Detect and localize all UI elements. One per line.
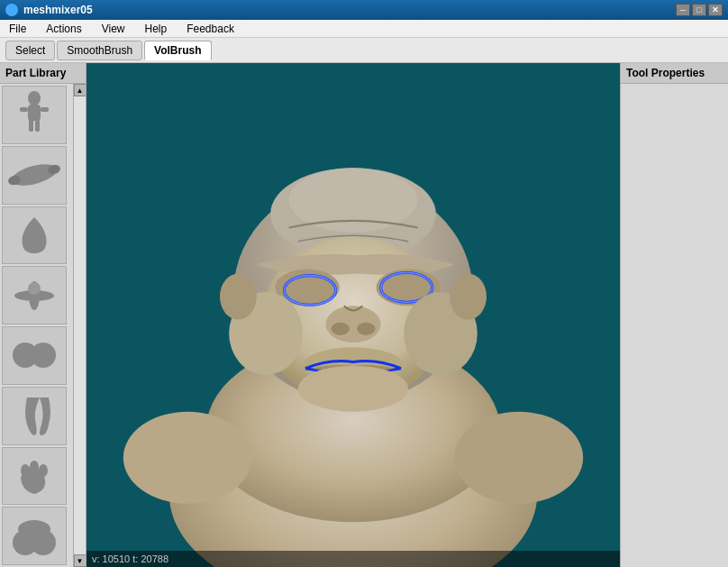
menu-view[interactable]: View [96,21,131,37]
maximize-button[interactable]: □ [692,4,706,16]
select-tool-button[interactable]: Select [5,41,55,60]
app-icon [5,4,18,16]
menu-feedback[interactable]: Feedback [181,21,240,37]
part-item-icon-3 [7,210,61,261]
svg-point-27 [289,168,418,232]
tool-properties-header: Tool Properties [621,63,728,84]
svg-point-19 [18,520,50,538]
part-item-icon-7 [7,451,61,501]
minimize-button[interactable]: ─ [676,4,690,16]
menu-help[interactable]: Help [140,21,173,37]
list-item[interactable] [2,326,67,385]
scroll-down-button[interactable]: ▼ [74,554,86,567]
svg-point-37 [357,323,375,335]
menu-file[interactable]: File [4,21,32,37]
svg-point-36 [332,323,350,335]
part-list[interactable] [0,84,73,567]
title-bar-controls: ─ □ ✕ [676,4,723,16]
list-item[interactable] [2,447,67,506]
list-item[interactable] [2,206,67,265]
part-item-icon-6 [7,390,61,441]
svg-point-6 [9,160,59,190]
list-item[interactable] [2,507,67,565]
part-library-panel: Part Library [0,63,86,567]
part-library-header: Part Library [0,63,86,84]
canvas-status-text: v: 10510 t: 20788 [92,553,168,564]
title-bar-left: meshmixer05 [5,4,93,16]
svg-point-42 [220,274,257,320]
title-bar: meshmixer05 ─ □ ✕ [0,0,728,20]
svg-rect-3 [41,107,49,112]
part-scrollbar[interactable]: ▲ ▼ [73,84,86,567]
svg-point-23 [454,412,583,504]
svg-point-11 [28,282,41,295]
svg-point-0 [28,91,41,105]
svg-point-14 [21,464,30,477]
toolbar: Select SmoothBrush VolBrush [0,38,728,63]
menu-bar: File Actions View Help Feedback [0,20,728,38]
window-title: meshmixer05 [23,4,93,16]
main-layout: Part Library [0,63,728,567]
gorilla-mesh-view [86,63,620,567]
svg-point-16 [39,464,48,477]
part-item-icon-4 [7,270,61,321]
list-item[interactable] [2,387,67,445]
part-item-icon-8 [7,511,61,562]
list-item[interactable] [2,266,67,325]
svg-rect-5 [35,119,40,132]
svg-point-22 [123,412,252,504]
part-item-icon-1 [7,89,61,140]
svg-rect-1 [28,105,41,121]
svg-point-15 [30,461,39,473]
scroll-up-button[interactable]: ▲ [74,84,86,96]
svg-point-39 [298,366,408,412]
canvas-area[interactable]: v: 10510 t: 20788 [86,63,620,567]
list-item[interactable] [2,146,67,205]
part-item-icon-2 [7,150,61,200]
svg-point-13 [31,343,56,368]
list-item[interactable] [2,86,67,144]
close-button[interactable]: ✕ [708,4,723,16]
part-item-icon-5 [7,330,61,380]
svg-rect-2 [20,107,28,112]
smooth-brush-button[interactable]: SmoothBrush [57,41,142,60]
svg-rect-4 [29,119,33,132]
svg-point-43 [450,274,487,320]
canvas-status-bar: v: 10510 t: 20788 [86,551,620,567]
tool-properties-panel: Tool Properties [620,63,728,567]
vol-brush-button[interactable]: VolBrush [144,41,211,60]
menu-actions[interactable]: Actions [41,21,86,37]
scroll-track [74,96,86,554]
part-library-content: ▲ ▼ [0,84,86,567]
